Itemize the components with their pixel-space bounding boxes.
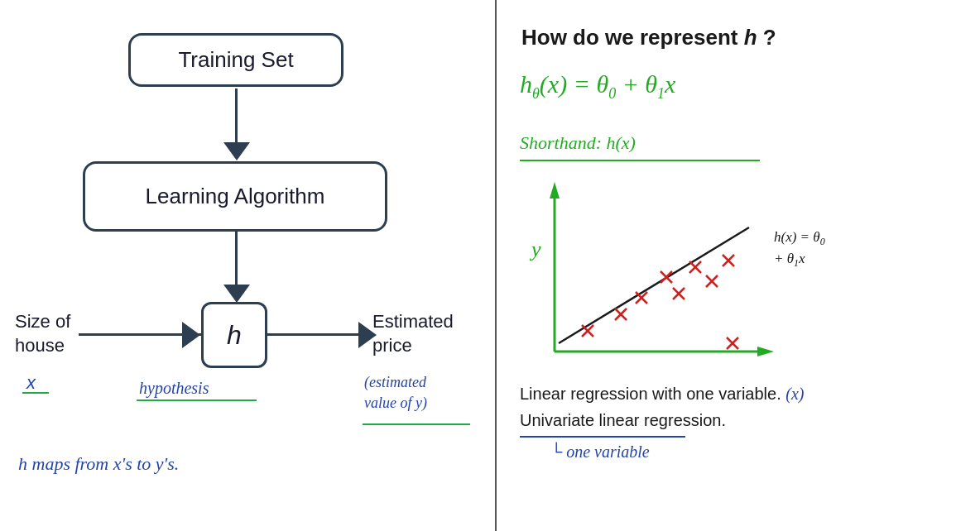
graph-container: y bbox=[513, 178, 795, 368]
h-function-box: h bbox=[201, 302, 267, 368]
x-input-label: x bbox=[26, 372, 36, 394]
univariate-text: Univariate linear regression. bbox=[520, 411, 726, 430]
hypothesis-formula: hθ(x) = θ0 + θ1x bbox=[520, 70, 675, 103]
learning-alg-label: Learning Algorithm bbox=[146, 184, 325, 209]
svg-text:y: y bbox=[529, 237, 541, 261]
arrow-head-left bbox=[182, 322, 200, 348]
x-underline bbox=[22, 392, 49, 394]
question-mark: ? bbox=[763, 25, 776, 50]
estimated-value-label: (estimatedvalue of y) bbox=[364, 372, 427, 414]
arrow-head-2 bbox=[223, 285, 250, 303]
svg-line-4 bbox=[559, 227, 749, 343]
training-set-label: Training Set bbox=[178, 47, 293, 73]
estimated-value-underline bbox=[363, 423, 470, 425]
training-set-box: Training Set bbox=[128, 33, 343, 87]
right-panel: How do we represent h ? hθ(x) = θ0 + θ1x… bbox=[497, 0, 980, 531]
shorthand-text: Shorthand: h(x) bbox=[520, 132, 636, 154]
x-annotation: (x) bbox=[785, 385, 804, 403]
arrow-line-2 bbox=[235, 232, 238, 289]
svg-marker-3 bbox=[757, 347, 774, 356]
one-variable-underline bbox=[520, 436, 685, 438]
arrow-line-1 bbox=[235, 88, 238, 146]
linear-regression-text: Linear regression with one variable. (x) bbox=[520, 385, 805, 404]
one-variable-text: └ one variable bbox=[550, 442, 650, 462]
size-of-house-label: Size ofhouse bbox=[15, 310, 70, 357]
arrow-line-right bbox=[267, 333, 365, 336]
left-panel: Training Set Learning Algorithm h Size o… bbox=[0, 0, 497, 531]
estimated-price-label: Estimatedprice bbox=[372, 310, 454, 357]
h-label: h bbox=[227, 320, 242, 351]
h-maps-label: h maps from x's to y's. bbox=[18, 453, 179, 475]
question-h: h bbox=[744, 25, 757, 50]
arrow-head-1 bbox=[223, 142, 250, 160]
hypothesis-label: hypothesis bbox=[139, 379, 209, 398]
shorthand-label: Shorthand: h(x) bbox=[520, 132, 636, 153]
linear-reg-label: Linear regression with one variable. bbox=[520, 385, 781, 403]
question-title: How do we represent h ? bbox=[521, 25, 776, 50]
hx-graph-label: h(x) = θ0+ θ1x bbox=[774, 227, 959, 270]
learning-alg-box: Learning Algorithm bbox=[83, 161, 387, 232]
hypothesis-underline bbox=[137, 399, 257, 401]
regression-graph: y bbox=[513, 178, 795, 368]
shorthand-underline bbox=[520, 160, 760, 161]
question-text: How do we represent bbox=[521, 25, 738, 50]
svg-marker-1 bbox=[550, 182, 560, 199]
